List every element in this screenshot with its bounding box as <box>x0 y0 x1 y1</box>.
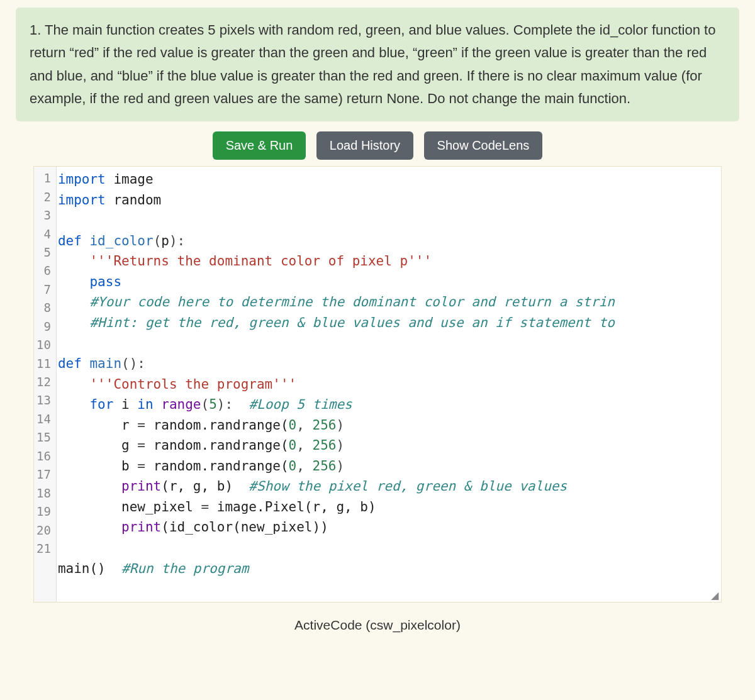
load-history-button[interactable]: Load History <box>316 131 413 160</box>
line-number: 16 <box>36 447 52 465</box>
line-number: 5 <box>36 243 52 262</box>
line-number: 6 <box>36 262 52 280</box>
code-line[interactable] <box>58 210 717 231</box>
line-number: 13 <box>36 391 52 409</box>
code-line[interactable]: pass <box>58 272 717 292</box>
code-line[interactable]: '''Controls the program''' <box>58 374 717 395</box>
line-number: 20 <box>36 521 52 540</box>
code-line[interactable]: print(r, g, b) #Show the pixel red, gree… <box>58 476 717 497</box>
code-line[interactable]: new_pixel = image.Pixel(r, g, b) <box>58 497 717 518</box>
code-line[interactable]: import random <box>58 190 717 211</box>
line-number: 11 <box>36 355 52 373</box>
line-number: 7 <box>36 281 52 299</box>
exercise-prompt: 1. The main function creates 5 pixels wi… <box>16 8 739 121</box>
line-number: 17 <box>36 465 52 484</box>
code-line[interactable] <box>58 333 717 354</box>
line-number: 14 <box>36 410 52 428</box>
code-line[interactable]: def id_color(p): <box>58 231 717 252</box>
code-line[interactable]: main() #Run the program <box>58 558 717 579</box>
code-line[interactable]: print(id_color(new_pixel)) <box>58 517 717 538</box>
code-line[interactable]: #Hint: get the red, green & blue values … <box>58 313 717 333</box>
code-line[interactable] <box>58 538 717 558</box>
code-line[interactable]: for i in range(5): #Loop 5 times <box>58 394 717 415</box>
line-number: 1 <box>36 169 52 187</box>
activecode-caption: ActiveCode (csw_pixelcolor) <box>16 618 739 634</box>
code-line[interactable]: g = random.randrange(0, 256) <box>58 435 717 456</box>
line-number: 12 <box>36 373 52 391</box>
code-line[interactable]: import image <box>58 169 717 190</box>
code-line[interactable]: def main(): <box>58 353 717 374</box>
line-number: 18 <box>36 484 52 503</box>
code-editor[interactable]: 123456789101112131415161718192021 import… <box>33 166 722 602</box>
code-line[interactable]: #Your code here to determine the dominan… <box>58 292 717 313</box>
resize-handle-icon[interactable]: ◢ <box>711 591 719 601</box>
line-number: 3 <box>36 206 52 225</box>
code-line[interactable]: '''Returns the dominant color of pixel p… <box>58 251 717 272</box>
line-number: 15 <box>36 428 52 447</box>
code-area[interactable]: import imageimport random def id_color(p… <box>57 167 721 601</box>
line-number: 2 <box>36 188 52 206</box>
line-number: 19 <box>36 503 52 521</box>
show-codelens-button[interactable]: Show CodeLens <box>424 131 543 160</box>
save-run-button[interactable]: Save & Run <box>213 131 306 160</box>
code-line[interactable] <box>58 579 717 599</box>
editor-toolbar: Save & Run Load History Show CodeLens <box>16 131 739 160</box>
code-line[interactable]: r = random.randrange(0, 256) <box>58 415 717 436</box>
line-number: 10 <box>36 336 52 354</box>
line-number: 21 <box>36 540 52 558</box>
line-number: 4 <box>36 225 52 243</box>
line-number-gutter: 123456789101112131415161718192021 <box>34 167 57 601</box>
code-line[interactable]: b = random.randrange(0, 256) <box>58 456 717 477</box>
line-number: 8 <box>36 299 52 317</box>
line-number: 9 <box>36 318 52 336</box>
